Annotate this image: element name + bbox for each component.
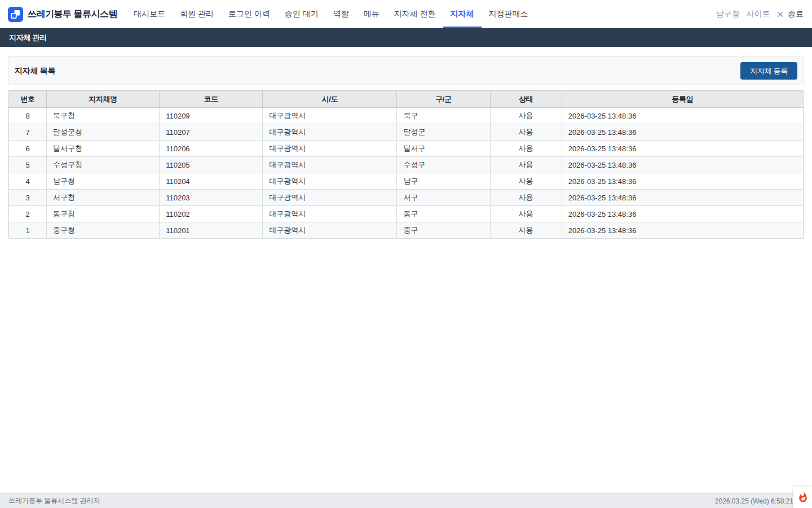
list-panel-heading: 지자체 목록 지자체 등록 — [8, 56, 804, 85]
cell-reg-date: 2026-03-25 13:48:36 — [562, 206, 803, 222]
cell-gov-name: 북구청 — [47, 108, 160, 124]
cell-status: 사용 — [490, 124, 562, 141]
nav-item[interactable]: 승인 대기 — [277, 0, 326, 28]
header-right: 남구청 사이트 ✕ 종료 — [716, 9, 804, 19]
col-gov-name: 지자체명 — [47, 91, 160, 108]
cell-district: 동구 — [397, 206, 490, 222]
cell-number: 3 — [9, 190, 47, 206]
cell-code: 110205 — [160, 157, 263, 173]
col-city: 시/도 — [263, 91, 397, 108]
table-row[interactable]: 6 달서구청 110206 대구광역시 달서구 사용 2026-03-25 13… — [9, 141, 804, 157]
user-org-label: 남구청 — [716, 9, 739, 19]
exit-label: 종료 — [788, 9, 804, 19]
cell-code: 110207 — [160, 124, 263, 141]
nav-item[interactable]: 대시보드 — [126, 0, 173, 28]
cell-district: 북구 — [397, 108, 490, 124]
nav-item[interactable]: 회원 관리 — [173, 0, 221, 28]
nav-item[interactable]: 메뉴 — [356, 0, 387, 28]
col-number: 번호 — [9, 91, 47, 108]
cell-number: 2 — [9, 206, 47, 222]
gov-table-wrap: 번호 지자체명 코드 시/도 구/군 상태 등록일 8 북구청 110209 대… — [8, 90, 804, 239]
table-row[interactable]: 1 중구청 110201 대구광역시 중구 사용 2026-03-25 13:4… — [9, 222, 804, 239]
nav-item[interactable]: 로그인 이력 — [221, 0, 277, 28]
cell-reg-date: 2026-03-25 13:48:36 — [562, 173, 803, 190]
nav-item[interactable]: 역할 — [326, 0, 356, 28]
debug-toolbar-badge[interactable] — [793, 487, 812, 508]
cell-city: 대구광역시 — [263, 157, 397, 173]
cell-code: 110204 — [160, 173, 263, 190]
cell-number: 6 — [9, 141, 47, 157]
flame-icon — [797, 492, 809, 503]
cell-number: 7 — [9, 124, 47, 141]
page-title-bar: 지자체 관리 — [0, 28, 812, 47]
cell-gov-name: 중구청 — [47, 222, 160, 239]
cell-city: 대구광역시 — [263, 124, 397, 141]
cell-district: 남구 — [397, 173, 490, 190]
col-code: 코드 — [160, 91, 263, 108]
cell-gov-name: 달서구청 — [47, 141, 160, 157]
page-title: 지자체 관리 — [9, 33, 47, 43]
app-title: 쓰레기봉투 물류시스템 — [28, 8, 117, 20]
cell-city: 대구광역시 — [263, 190, 397, 206]
cell-district: 달서구 — [397, 141, 490, 157]
nav-item[interactable]: 지정판매소 — [482, 0, 536, 28]
cell-number: 5 — [9, 157, 47, 173]
cell-gov-name: 남구청 — [47, 173, 160, 190]
cell-gov-name: 동구청 — [47, 206, 160, 222]
table-header-row: 번호 지자체명 코드 시/도 구/군 상태 등록일 — [9, 91, 804, 108]
cell-reg-date: 2026-03-25 13:48:36 — [562, 141, 803, 157]
close-icon: ✕ — [776, 10, 784, 19]
table-row[interactable]: 5 수성구청 110205 대구광역시 수성구 사용 2026-03-25 13… — [9, 157, 804, 173]
cell-reg-date: 2026-03-25 13:48:36 — [562, 124, 803, 141]
cell-city: 대구광역시 — [263, 173, 397, 190]
cell-status: 사용 — [490, 157, 562, 173]
table-row[interactable]: 4 남구청 110204 대구광역시 남구 사용 2026-03-25 13:4… — [9, 173, 804, 190]
footer-datetime: 2026.03.25 (Wed) 6:58:21 — [715, 497, 804, 505]
nav-item[interactable]: 지자체 — [443, 0, 482, 28]
table-row[interactable]: 3 서구청 110203 대구광역시 서구 사용 2026-03-25 13:4… — [9, 190, 804, 206]
cell-gov-name: 달성군청 — [47, 124, 160, 141]
cell-city: 대구광역시 — [263, 222, 397, 239]
cell-code: 110201 — [160, 222, 263, 239]
gov-table: 번호 지자체명 코드 시/도 구/군 상태 등록일 8 북구청 110209 대… — [8, 90, 804, 239]
cell-code: 110203 — [160, 190, 263, 206]
cell-code: 110206 — [160, 141, 263, 157]
cell-city: 대구광역시 — [263, 141, 397, 157]
cell-district: 서구 — [397, 190, 490, 206]
cell-district: 중구 — [397, 222, 490, 239]
app-logo[interactable] — [8, 7, 23, 22]
cell-status: 사용 — [490, 141, 562, 157]
nav-item[interactable]: 지자체 전환 — [387, 0, 443, 28]
site-link[interactable]: 사이트 — [746, 9, 770, 19]
table-row[interactable]: 8 북구청 110209 대구광역시 북구 사용 2026-03-25 13:4… — [9, 108, 804, 124]
cell-code: 110202 — [160, 206, 263, 222]
cell-gov-name: 수성구청 — [47, 157, 160, 173]
col-district: 구/군 — [397, 91, 490, 108]
cell-reg-date: 2026-03-25 13:48:36 — [562, 108, 803, 124]
cell-reg-date: 2026-03-25 13:48:36 — [562, 222, 803, 239]
cell-code: 110209 — [160, 108, 263, 124]
footer-admin-label: 쓰레기봉투 물류시스템 관리자 — [8, 496, 100, 506]
logo-icon — [11, 10, 20, 19]
cell-status: 사용 — [490, 222, 562, 239]
cell-district: 수성구 — [397, 157, 490, 173]
cell-gov-name: 서구청 — [47, 190, 160, 206]
register-button[interactable]: 지자체 등록 — [740, 62, 797, 80]
list-title: 지자체 목록 — [15, 66, 55, 76]
cell-status: 사용 — [490, 206, 562, 222]
cell-district: 달성군 — [397, 124, 490, 141]
table-row[interactable]: 2 동구청 110202 대구광역시 동구 사용 2026-03-25 13:4… — [9, 206, 804, 222]
cell-reg-date: 2026-03-25 13:48:36 — [562, 157, 803, 173]
cell-number: 1 — [9, 222, 47, 239]
table-row[interactable]: 7 달성군청 110207 대구광역시 달성군 사용 2026-03-25 13… — [9, 124, 804, 141]
footer: 쓰레기봉투 물류시스템 관리자 2026.03.25 (Wed) 6:58:21 — [0, 493, 812, 508]
cell-number: 4 — [9, 173, 47, 190]
cell-city: 대구광역시 — [263, 206, 397, 222]
cell-number: 8 — [9, 108, 47, 124]
exit-button[interactable]: ✕ 종료 — [776, 9, 804, 19]
cell-status: 사용 — [490, 190, 562, 206]
col-reg-date: 등록일 — [562, 91, 803, 108]
col-status: 상태 — [490, 91, 562, 108]
main-nav: 대시보드 회원 관리 로그인 이력 승인 대기 역할 메뉴 지자체 전환 지자체… — [126, 0, 536, 28]
top-header: 쓰레기봉투 물류시스템 대시보드 회원 관리 로그인 이력 승인 대기 역할 메… — [0, 0, 812, 28]
